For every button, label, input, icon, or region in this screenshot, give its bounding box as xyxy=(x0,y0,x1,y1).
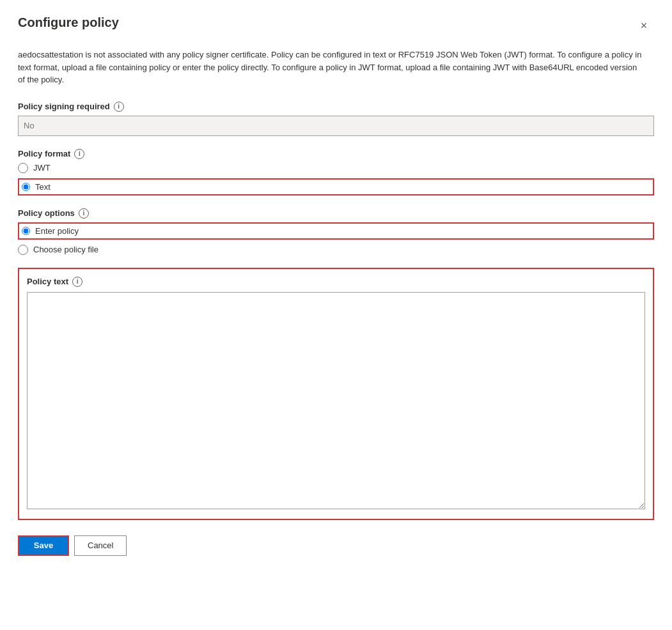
policy-options-radio-group: Enter policy Choose policy file xyxy=(18,222,654,255)
dialog-title: Configure policy xyxy=(18,15,119,30)
policy-format-group: Policy format i JWT Text xyxy=(18,149,654,196)
policy-format-jwt-option[interactable]: JWT xyxy=(18,163,654,173)
dialog-header: Configure policy × xyxy=(18,15,654,36)
policy-signing-label-text: Policy signing required xyxy=(18,102,110,111)
policy-format-options: JWT Text xyxy=(18,163,654,196)
policy-format-label: Policy format i xyxy=(18,149,654,159)
policy-format-label-text: Policy format xyxy=(18,149,70,158)
policy-format-text-option[interactable]: Text xyxy=(18,178,654,196)
policy-signing-group: Policy signing required i xyxy=(18,102,654,136)
policy-signing-input[interactable] xyxy=(18,116,654,136)
policy-format-text-radio[interactable] xyxy=(22,183,30,191)
policy-format-text-label: Text xyxy=(35,182,51,192)
description-text: aedocsattestation is not associated with… xyxy=(18,49,645,86)
policy-options-label-text: Policy options xyxy=(18,208,75,218)
policy-signing-info-icon[interactable]: i xyxy=(114,102,124,112)
policy-options-enter-label: Enter policy xyxy=(35,226,79,236)
policy-text-label: Policy text i xyxy=(27,277,645,287)
policy-format-jwt-radio[interactable] xyxy=(18,163,28,173)
policy-options-file-option[interactable]: Choose policy file xyxy=(18,245,654,255)
save-button[interactable]: Save xyxy=(18,535,69,556)
policy-text-label-text: Policy text xyxy=(27,277,68,286)
policy-options-enter-radio[interactable] xyxy=(22,227,30,235)
button-row: Save Cancel xyxy=(18,535,654,556)
policy-text-info-icon[interactable]: i xyxy=(72,277,82,287)
policy-options-info-icon[interactable]: i xyxy=(79,208,89,219)
policy-format-info-icon[interactable]: i xyxy=(74,149,84,159)
policy-text-section: Policy text i xyxy=(18,268,654,520)
close-button[interactable]: × xyxy=(634,15,654,36)
policy-options-label: Policy options i xyxy=(18,208,654,219)
cancel-button[interactable]: Cancel xyxy=(74,535,127,556)
policy-options-file-radio[interactable] xyxy=(18,245,28,255)
policy-signing-label: Policy signing required i xyxy=(18,102,654,112)
policy-text-textarea[interactable] xyxy=(27,292,645,509)
policy-options-file-label: Choose policy file xyxy=(33,245,98,254)
policy-options-enter-option[interactable]: Enter policy xyxy=(18,222,654,240)
configure-policy-dialog: Configure policy × aedocsattestation is … xyxy=(0,0,672,630)
policy-options-group: Policy options i Enter policy Choose pol… xyxy=(18,208,654,255)
policy-format-jwt-label: JWT xyxy=(33,163,51,173)
